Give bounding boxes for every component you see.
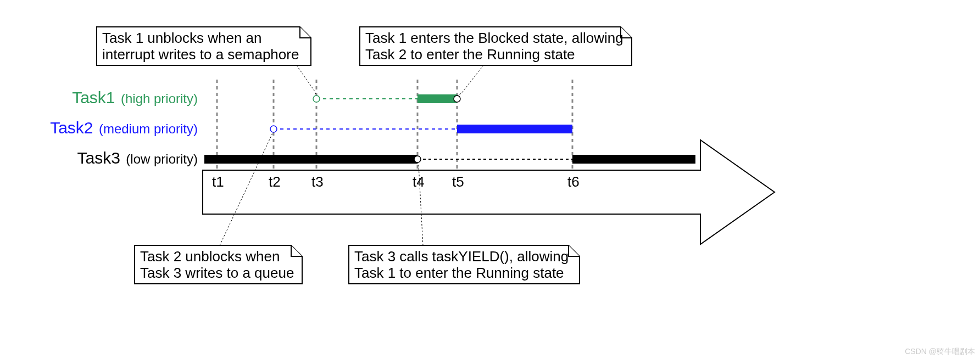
svg-text:Task 1 enters the Blocked stat: Task 1 enters the Blocked state, allowin… bbox=[365, 30, 623, 46]
tick-t1: t1 bbox=[212, 173, 224, 190]
event-dot-t4 bbox=[414, 156, 421, 162]
svg-text:Task 1 unblocks when an: Task 1 unblocks when an bbox=[102, 30, 262, 46]
tick-t2: t2 bbox=[269, 173, 281, 190]
tick-t6: t6 bbox=[567, 173, 580, 190]
event-dot-t2 bbox=[270, 126, 277, 132]
task3-running-a bbox=[204, 155, 417, 164]
svg-text:Task 1 to enter the Running st: Task 1 to enter the Running state bbox=[354, 265, 564, 281]
tick-t5: t5 bbox=[452, 173, 464, 190]
tick-t3: t3 bbox=[311, 173, 324, 190]
event-dot-t5 bbox=[454, 96, 460, 102]
svg-text:interrupt writes to a semaphor: interrupt writes to a semaphore bbox=[102, 46, 299, 63]
note3: Task 2 unblocks when Task 3 writes to a … bbox=[135, 245, 302, 284]
svg-text:Task 3 calls taskYIELD(), allo: Task 3 calls taskYIELD(), allowing bbox=[354, 248, 569, 265]
task3-running-b bbox=[572, 155, 695, 164]
svg-text:Task 2 to enter the Running st: Task 2 to enter the Running state bbox=[365, 46, 575, 63]
svg-text:Task 3 writes to a queue: Task 3 writes to a queue bbox=[140, 265, 294, 281]
svg-text:Task 2 unblocks when: Task 2 unblocks when bbox=[140, 248, 280, 265]
note2: Task 1 enters the Blocked state, allowin… bbox=[360, 27, 632, 65]
task3-label: Task3 (low priority) bbox=[77, 149, 198, 167]
note3-leader bbox=[220, 132, 274, 245]
task1-running bbox=[417, 94, 457, 103]
watermark: CSDN @骑牛唱剧本 bbox=[905, 347, 975, 356]
note4: Task 3 calls taskYIELD(), allowing Task … bbox=[349, 245, 580, 284]
note1-leader bbox=[297, 65, 316, 96]
task2-running bbox=[457, 125, 572, 133]
task1-label: Task1 (high priority) bbox=[72, 88, 198, 106]
event-dot-t3 bbox=[313, 96, 320, 102]
note1: Task 1 unblocks when an interrupt writes… bbox=[97, 27, 311, 65]
task2-label: Task2 (medium priority) bbox=[50, 119, 198, 137]
note2-leader bbox=[457, 65, 483, 96]
tick-t4: t4 bbox=[413, 173, 425, 190]
